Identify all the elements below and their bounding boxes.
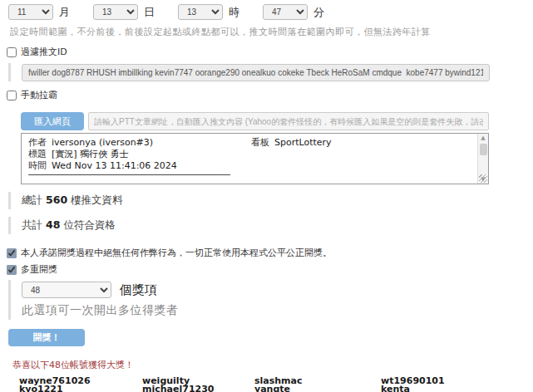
article-title-line: 標題[實況] 獨行俠 勇士 — [28, 149, 473, 160]
filter-id-row: 過濾推文ID — [7, 46, 533, 58]
time-value: Wed Nov 13 11:41:06 2024 — [52, 160, 177, 171]
manual-slot-row: 手動拉霸 — [7, 89, 533, 101]
qualified-stat: 共計 48 位符合資格 — [8, 217, 533, 234]
author-value: iversonya (iverson#3) — [52, 137, 153, 148]
manual-slot-label: 手動拉霸 — [21, 89, 57, 101]
hour-label: 時 — [229, 5, 239, 20]
winner-column: weiguiltymichael71230iversonyaa257234775… — [142, 377, 254, 392]
filter-id-label: 過濾推文ID — [21, 46, 67, 58]
filter-id-quote — [8, 63, 533, 81]
filter-id-checkbox[interactable] — [7, 47, 17, 57]
resize-grip-icon[interactable] — [479, 174, 487, 183]
author-label: 作者 — [28, 137, 47, 148]
winner-username: kyo1221 — [19, 385, 142, 392]
multi-draw-options: 48 個獎項 此選項可一次開出多位得獎者 — [8, 280, 533, 320]
pledge-checkbox[interactable] — [7, 248, 17, 258]
day-label: 日 — [144, 5, 155, 20]
winner-column: slashmacyangtedaqn1125corey0207tomaschan… — [254, 377, 381, 392]
day-group: 13 日 — [93, 4, 155, 20]
title-label: 標題 — [28, 149, 47, 159]
article-divider: ────────────────────────────────────────… — [28, 172, 481, 179]
minute-label: 分 — [313, 5, 324, 20]
prize-count-select[interactable]: 48 — [22, 282, 111, 298]
manual-slot-checkbox[interactable] — [7, 91, 17, 100]
winner-username: yangte — [254, 385, 381, 392]
import-row: 匯入網頁 — [21, 112, 533, 130]
hour-group: 13 時 — [178, 4, 239, 20]
pledge-row: 本人承諾開獎過程中絕無任何作弊行為，一切正常使用本程式公平公正開獎。 — [7, 247, 533, 259]
qualified-suffix: 位符合資格 — [63, 218, 116, 231]
multi-draw-hint: 此選項可一次開出多位得獎者 — [22, 303, 533, 318]
day-select[interactable]: 13 — [93, 4, 138, 20]
total-count: 560 — [46, 194, 67, 206]
total-suffix: 樓推文資料 — [71, 194, 123, 206]
article-time-line: 時間Wed Nov 13 11:41:06 2024 — [28, 160, 473, 172]
winner-column: wt19690101kentaJackyPaytonrabbit0256wins… — [381, 377, 533, 392]
winner-column: wayne761026kyo1221flowerabby01a52020164s… — [19, 377, 142, 392]
title-value: [實況] 獨行俠 勇士 — [52, 149, 129, 159]
results-heading: 恭喜以下48位帳號獲得大獎！ — [12, 359, 533, 371]
article-content-textarea[interactable]: 作者iversonya (iverson#3) 看板SportLottery 標… — [21, 133, 489, 184]
lottery-tool-page: 11 月 13 日 13 時 47 分 設定時間範圍，不分前後，前後設定起點或終… — [0, 0, 533, 392]
time-range-row: 11 月 13 日 13 時 47 分 — [8, 4, 533, 20]
minute-select[interactable]: 47 — [263, 4, 308, 20]
draw-button[interactable]: 開獎！ — [8, 329, 85, 346]
article-author: 作者iversonya (iverson#3) — [28, 137, 251, 149]
multi-draw-label: 多重開獎 — [21, 263, 57, 276]
pledge-label: 本人承諾開獎過程中絕無任何作弊行為，一切正常使用本程式公平公正開獎。 — [21, 247, 332, 259]
time-range-hint: 設定時間範圍，不分前後，前後設定起點或終點都可以，推文時間落在範圍內即可，但無法… — [10, 26, 533, 38]
qualified-prefix: 共計 — [22, 218, 42, 231]
filter-ids-input[interactable] — [22, 64, 490, 81]
total-comments-stat: 總計 560 樓推文資料 — [8, 192, 533, 209]
hour-select[interactable]: 13 — [178, 4, 223, 20]
total-prefix: 總計 — [22, 194, 42, 206]
winner-username: kenta — [381, 385, 533, 392]
import-url-button[interactable]: 匯入網頁 — [21, 112, 84, 130]
scroll-up-icon[interactable]: ▲ — [481, 134, 485, 142]
winner-username: michael71230 — [142, 385, 254, 392]
scrollbar-thumb[interactable] — [480, 144, 487, 155]
ptt-url-input[interactable] — [88, 112, 489, 130]
article-author-line: 作者iversonya (iverson#3) 看板SportLottery — [28, 137, 473, 149]
month-select[interactable]: 11 — [8, 4, 53, 20]
multi-draw-row: 多重開獎 — [7, 263, 533, 276]
minute-group: 47 分 — [263, 4, 324, 20]
prize-count-row: 48 個獎項 — [22, 282, 533, 298]
board-value: SportLottery — [274, 137, 332, 148]
article-board: 看板SportLottery — [251, 137, 332, 149]
time-label: 時間 — [28, 160, 47, 171]
winners-grid: wayne761026kyo1221flowerabby01a52020164s… — [19, 377, 533, 392]
prize-count-label: 個獎項 — [120, 282, 157, 298]
board-label: 看板 — [251, 137, 269, 148]
multi-draw-checkbox[interactable] — [7, 265, 17, 275]
month-label: 月 — [59, 5, 70, 20]
month-group: 11 月 — [8, 4, 70, 20]
qualified-count: 48 — [46, 218, 60, 231]
